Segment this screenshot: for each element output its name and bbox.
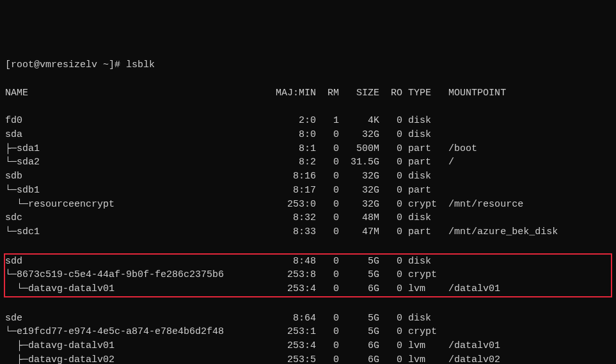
- lsblk-row-highlighted: └─8673c519-c5e4-44af-9b0f-fe286c2375b6 2…: [5, 268, 611, 282]
- lsblk-row-highlighted: └─datavg-datalv01 253:4 0 6G 0 lvm /data…: [5, 282, 611, 296]
- lsblk-row: └─e19fcd77-e974-4e5c-a874-e78e4b6d2f48 2…: [5, 325, 611, 339]
- command-text: lsblk: [126, 59, 155, 70]
- lsblk-row: fd0 2:0 1 4K 0 disk: [5, 114, 611, 128]
- shell-prompt: [root@vmresizelv ~]#: [5, 59, 126, 70]
- lsblk-row-highlighted: sdd 8:48 0 5G 0 disk: [5, 255, 611, 269]
- lsblk-row: ├─sda1 8:1 0 500M 0 part /boot: [5, 142, 611, 156]
- lsblk-row: sda 8:0 0 32G 0 disk: [5, 128, 611, 142]
- lsblk-row: └─sdb1 8:17 0 32G 0 part: [5, 184, 611, 198]
- prompt-line: [root@vmresizelv ~]# lsblk: [5, 58, 611, 72]
- lsblk-row: sdc 8:32 0 48M 0 disk: [5, 211, 611, 225]
- lsblk-row: ├─datavg-datalv01 253:4 0 6G 0 lvm /data…: [5, 339, 611, 353]
- lsblk-row: └─resourceencrypt 253:0 0 32G 0 crypt /m…: [5, 198, 611, 212]
- lsblk-row: sdb 8:16 0 32G 0 disk: [5, 170, 611, 184]
- table-header: NAME MAJ:MIN RM SIZE RO TYPE MOUNTPOINT: [5, 86, 611, 100]
- lsblk-row: └─sdc1 8:33 0 47M 0 part /mnt/azure_bek_…: [5, 225, 611, 239]
- highlighted-disk-region: sdd 8:48 0 5G 0 disk └─8673c519-c5e4-44a…: [4, 253, 612, 297]
- lsblk-row: └─sda2 8:2 0 31.5G 0 part /: [5, 155, 611, 170]
- lsblk-row: sde 8:64 0 5G 0 disk: [5, 312, 611, 326]
- lsblk-row: ├─datavg-datalv02 253:5 0 6G 0 lvm /data…: [5, 353, 611, 364]
